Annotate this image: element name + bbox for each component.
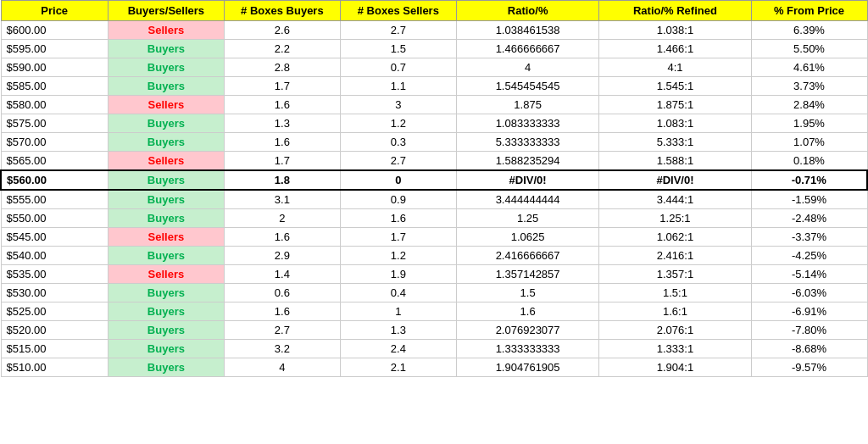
buyers-label: Buyers [147,361,185,374]
cell-boxes-sellers: 1.5 [340,40,456,58]
cell-ratio-refined: 3.444:1 [599,190,751,209]
col-header-from-price: % From Price [751,1,867,21]
cell-price: $580.00 [1,96,108,114]
cell-ratio: 2.076923077 [456,321,599,340]
cell-ratio: 1.466666667 [456,40,599,58]
buyers-label: Buyers [147,212,185,225]
cell-ratio: 3.444444444 [456,190,599,209]
buyers-label: Buyers [147,80,185,92]
cell-ratio: 1.25 [456,209,599,228]
cell-from-price: -1.59% [751,190,867,209]
cell-price: $540.00 [1,247,108,265]
cell-boxes-sellers: 3 [340,96,456,114]
cell-ratio: 1.875 [456,96,599,114]
cell-ratio-refined: 1.545:1 [599,77,751,96]
cell-from-price: 4.61% [751,58,867,77]
cell-price: $525.00 [1,302,108,321]
cell-boxes-sellers: 0.3 [340,133,456,152]
cell-from-price: 2.84% [751,96,867,114]
cell-boxes-buyers: 1.7 [224,77,340,96]
cell-boxes-sellers: 2.7 [340,21,456,40]
cell-from-price: 5.50% [751,40,867,58]
cell-side: Buyers [108,321,224,340]
cell-boxes-sellers: 1.2 [340,114,456,133]
cell-side: Sellers [108,265,224,284]
cell-side: Sellers [108,152,224,171]
cell-boxes-buyers: 2.9 [224,247,340,265]
cell-boxes-sellers: 0.7 [340,58,456,77]
cell-boxes-buyers: 3.2 [224,340,340,358]
sellers-label: Sellers [148,268,185,280]
cell-boxes-sellers: 1.9 [340,265,456,284]
cell-ratio-refined: 1.875:1 [599,96,751,114]
cell-boxes-sellers: 1.2 [340,247,456,265]
cell-price: $545.00 [1,228,108,247]
buyers-label: Buyers [147,286,185,299]
cell-boxes-sellers: 1 [340,302,456,321]
cell-price: $530.00 [1,284,108,302]
table-row: $535.00Sellers1.41.91.3571428571.357:1-5… [1,265,867,284]
cell-boxes-sellers: 0.4 [340,284,456,302]
cell-ratio: 1.904761905 [456,358,599,377]
cell-price: $515.00 [1,340,108,358]
table-row: $510.00Buyers42.11.9047619051.904:1-9.57… [1,358,867,377]
cell-boxes-buyers: 2 [224,209,340,228]
cell-ratio-refined: 1.5:1 [599,284,751,302]
cell-boxes-buyers: 2.6 [224,21,340,40]
cell-side: Buyers [108,340,224,358]
cell-ratio: 1.5 [456,284,599,302]
cell-side: Buyers [108,247,224,265]
table-row: $530.00Buyers0.60.41.51.5:1-6.03% [1,284,867,302]
cell-ratio-refined: 4:1 [599,58,751,77]
cell-ratio-refined: 1.062:1 [599,228,751,247]
buyers-label: Buyers [147,193,185,206]
sellers-label: Sellers [148,154,185,167]
cell-ratio-refined: 1.083:1 [599,114,751,133]
cell-boxes-sellers: 1.7 [340,228,456,247]
cell-side: Buyers [108,302,224,321]
cell-ratio-refined: #DIV/0! [599,170,751,190]
table-row: $600.00Sellers2.62.71.0384615381.038:16.… [1,21,867,40]
cell-boxes-buyers: 1.6 [224,133,340,152]
cell-price: $590.00 [1,58,108,77]
cell-price: $570.00 [1,133,108,152]
cell-boxes-buyers: 2.8 [224,58,340,77]
cell-boxes-sellers: 1.3 [340,321,456,340]
cell-price: $600.00 [1,21,108,40]
table-row: $515.00Buyers3.22.41.3333333331.333:1-8.… [1,340,867,358]
cell-ratio-refined: 1.25:1 [599,209,751,228]
cell-price: $595.00 [1,40,108,58]
cell-boxes-buyers: 2.7 [224,321,340,340]
buyers-label: Buyers [147,136,185,148]
cell-boxes-buyers: 2.2 [224,40,340,58]
cell-boxes-buyers: 1.3 [224,114,340,133]
cell-ratio-refined: 1.588:1 [599,152,751,171]
table-row: $560.00Buyers1.80#DIV/0!#DIV/0!-0.71% [1,170,867,190]
cell-side: Sellers [108,21,224,40]
cell-ratio: 4 [456,58,599,77]
cell-from-price: -6.03% [751,284,867,302]
cell-from-price: -9.57% [751,358,867,377]
cell-from-price: -0.71% [751,170,867,190]
cell-price: $535.00 [1,265,108,284]
main-table-container: Price Buyers/Sellers # Boxes Buyers # Bo… [0,0,868,377]
cell-price: $555.00 [1,190,108,209]
cell-ratio-refined: 2.416:1 [599,247,751,265]
col-header-price: Price [1,1,108,21]
cell-ratio: 2.416666667 [456,247,599,265]
cell-ratio: 1.0625 [456,228,599,247]
table-row: $570.00Buyers1.60.35.3333333335.333:11.0… [1,133,867,152]
col-header-buyers-sellers: Buyers/Sellers [108,1,224,21]
cell-side: Buyers [108,114,224,133]
table-row: $595.00Buyers2.21.51.4666666671.466:15.5… [1,40,867,58]
sellers-label: Sellers [148,24,185,36]
buyers-label: Buyers [147,324,185,336]
cell-price: $510.00 [1,358,108,377]
cell-from-price: -3.37% [751,228,867,247]
cell-from-price: 3.73% [751,77,867,96]
cell-ratio: 1.588235294 [456,152,599,171]
cell-boxes-buyers: 0.6 [224,284,340,302]
cell-boxes-buyers: 1.6 [224,228,340,247]
buyers-label: Buyers [147,249,185,262]
cell-boxes-sellers: 0.9 [340,190,456,209]
